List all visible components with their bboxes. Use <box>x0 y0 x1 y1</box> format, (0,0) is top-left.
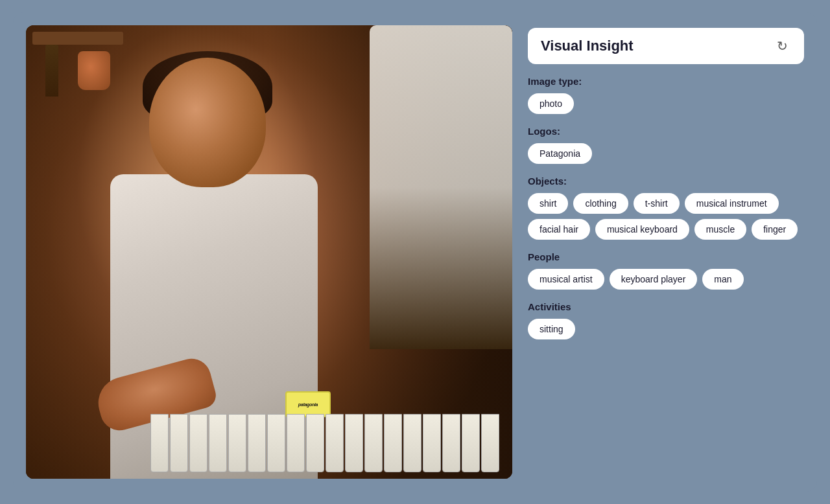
right-panel: Visual Insight ↻ Image type: photo Logos… <box>528 25 804 479</box>
image-type-section: Image type: photo <box>528 76 804 114</box>
piano-key-white <box>306 414 324 472</box>
piano-key-white <box>442 414 460 472</box>
tag-item: sitting <box>528 319 575 339</box>
piano-key-white <box>345 414 363 472</box>
piano-key-white <box>403 414 421 472</box>
objects-tags: shirtclothingt-shirtmusical instrumetfac… <box>528 193 804 240</box>
piano-key-white <box>170 414 188 472</box>
image-panel: patagonia <box>26 25 512 479</box>
piano-key-white <box>248 414 266 472</box>
image-type-label: Image type: <box>528 76 804 87</box>
tag-item: musical keyboard <box>595 219 689 240</box>
piano-key-white <box>150 414 169 472</box>
tag-item: finger <box>752 219 798 240</box>
head <box>149 58 266 187</box>
activities-tags: sitting <box>528 319 804 339</box>
activities-label: Activities <box>528 301 804 312</box>
main-container: patagonia <box>13 12 817 492</box>
image-type-tags: photo <box>528 93 804 114</box>
piano-key-white <box>209 414 227 472</box>
bottle <box>45 45 58 97</box>
tag-item: shirt <box>528 193 568 214</box>
tag-item: musical artist <box>528 269 604 290</box>
piano-key-white <box>423 414 441 472</box>
piano-keys <box>137 414 512 479</box>
background-person <box>370 25 512 349</box>
objects-section: Objects: shirtclothingt-shirtmusical ins… <box>528 176 804 240</box>
title-bar: Visual Insight ↻ <box>528 28 804 64</box>
tag-item: t-shirt <box>634 193 680 214</box>
people-label: People <box>528 251 804 262</box>
piano-key-white <box>384 414 402 472</box>
tag-item: muscle <box>694 219 746 240</box>
tag-item: photo <box>528 93 574 114</box>
people-section: People musical artistkeyboard playerman <box>528 251 804 290</box>
objects-label: Objects: <box>528 176 804 187</box>
refresh-icon[interactable]: ↻ <box>773 37 791 55</box>
tag-item: musical instrumet <box>685 193 779 214</box>
tag-item: facial hair <box>528 219 590 240</box>
piano-key-white <box>462 414 480 472</box>
tag-item: Patagonia <box>528 143 592 164</box>
piano-key-white <box>364 414 383 472</box>
people-tags: musical artistkeyboard playerman <box>528 269 804 290</box>
piano-key-white <box>481 414 499 472</box>
piano-key-white <box>228 414 246 472</box>
piano-area <box>26 401 512 479</box>
piano-key-white <box>326 414 344 472</box>
tag-item: keyboard player <box>610 269 698 290</box>
tag-item: clothing <box>573 193 628 214</box>
logos-section: Logos: Patagonia <box>528 126 804 164</box>
tag-item: man <box>702 269 743 290</box>
piano-key-white <box>287 414 305 472</box>
app-title: Visual Insight <box>541 38 634 54</box>
logos-tags: Patagonia <box>528 143 804 164</box>
piano-key-white <box>267 414 285 472</box>
activities-section: Activities sitting <box>528 301 804 339</box>
logos-label: Logos: <box>528 126 804 137</box>
piano-key-white <box>189 414 208 472</box>
